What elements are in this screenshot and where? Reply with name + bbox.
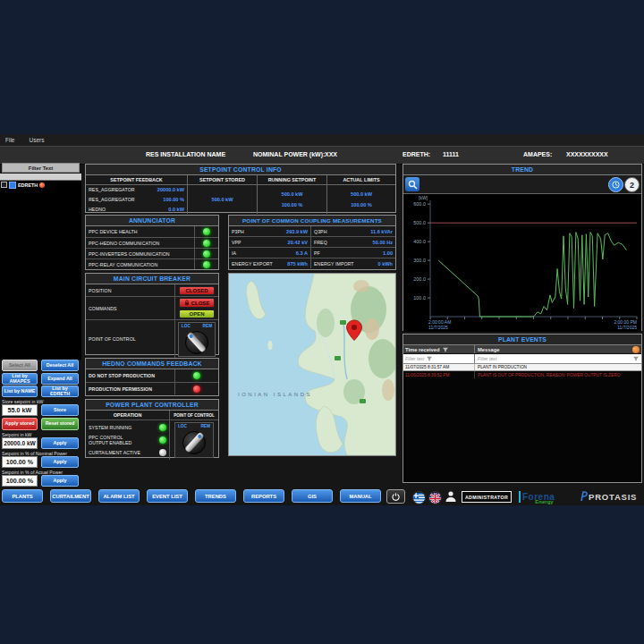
col-time-received[interactable]: Time received: [403, 345, 475, 353]
checkbox-icon[interactable]: [1, 182, 7, 188]
feedback-row-value: 20000.0 kW: [157, 187, 184, 192]
plant-icon: [9, 182, 16, 189]
pen-count-badge[interactable]: 2: [624, 177, 640, 192]
ppc-row-label: SYSTEM RUNNING: [89, 425, 131, 430]
setpoint-nominal-pct-input[interactable]: [2, 456, 38, 468]
led-indicator: [194, 226, 218, 237]
reset-stored-button[interactable]: Reset stored: [41, 418, 79, 430]
road-shield-icon: [340, 320, 346, 325]
tree-item-edreth[interactable]: EDRETH: [0, 181, 81, 189]
menu-users[interactable]: Users: [29, 137, 44, 143]
filter-funnel-icon[interactable]: [427, 356, 432, 361]
tree-filter-input[interactable]: [2, 163, 80, 173]
map-islet: [268, 341, 273, 350]
nav-event-list-button[interactable]: EVENT LIST: [147, 489, 188, 503]
hedno-row-label: PRODUCTION PERMISSION: [86, 386, 174, 392]
col-running-setpoint: RUNNING SETPOINT: [258, 175, 327, 184]
user-role-button[interactable]: ADMINISTRATOR: [462, 491, 512, 503]
setpoint-control-info-panel: SETPOINT CONTROL INFO SETPOINT FEEDBACK …: [85, 164, 396, 213]
events-refresh-icon[interactable]: [632, 346, 640, 353]
events-title: PLANT EVENTS: [403, 335, 641, 345]
breaker-open-button[interactable]: OPEN: [179, 309, 215, 318]
protasis-glyph-icon: [580, 491, 588, 502]
tree-toolbar: [0, 174, 81, 181]
nav-alarm-list-button[interactable]: ALARM LIST: [98, 489, 140, 503]
apply-stored-button[interactable]: Apply stored: [2, 418, 38, 430]
apply-kw-button[interactable]: Apply: [41, 437, 79, 449]
breaker-close-button[interactable]: CLOSE: [179, 298, 215, 308]
led-indicator: [174, 383, 218, 394]
hedno-row-label: DO NOT STOP PRODUCTION: [86, 373, 174, 378]
led-indicator: [174, 369, 218, 382]
setpoint-panel-title: SETPOINT CONTROL INFO: [86, 165, 395, 175]
trend-title: TREND: [403, 165, 641, 175]
feedback-row-label: HEDNO: [89, 207, 106, 212]
led-indicator: [194, 259, 218, 269]
time-range-icon[interactable]: [608, 177, 623, 192]
header-band: RES INSTALLATION NAME NOMINAL POWER (kW)…: [0, 146, 644, 165]
nav-gis-button[interactable]: GIS: [292, 489, 333, 503]
nav-reports-button[interactable]: REPORTS: [243, 489, 284, 503]
ppc-row-label: CURTAILMENT ACTIVE: [89, 450, 140, 455]
nav-manual-button[interactable]: MANUAL: [340, 489, 381, 503]
greek-flag-icon[interactable]: [412, 491, 426, 504]
svg-text:11/7/2025: 11/7/2025: [617, 325, 637, 330]
nav-trends-button[interactable]: TRENDS: [195, 489, 236, 503]
ppc-control-switch[interactable]: LOCREM: [174, 422, 214, 458]
filter-funnel-icon[interactable]: [443, 347, 448, 352]
menu-bar: File Users: [0, 134, 644, 146]
plant-tree-list: [0, 180, 81, 359]
feedback-cell: RES_AGGREGATOR20000.0 kW RES_AGGREGATOR1…: [86, 185, 188, 214]
svg-text:100.0: 100.0: [413, 295, 426, 301]
apply-actual-pct-button[interactable]: Apply: [41, 475, 79, 487]
list-by-name-button[interactable]: List by NAME: [2, 386, 38, 397]
nav-plants-button[interactable]: PLANTS: [2, 489, 43, 503]
ppc-row-label: PPC CONTROL OUTPUT ENABLED: [89, 435, 142, 445]
filter-funnel-icon[interactable]: [633, 356, 639, 361]
setpoint-kw-input[interactable]: [2, 437, 38, 449]
store-setpoint-input[interactable]: [2, 404, 38, 416]
store-button[interactable]: Store: [41, 404, 79, 416]
feedback-row-label: RES_AGGREGATOR: [89, 187, 135, 192]
hedno-title: HEDNO COMMANDS FEEDBACK: [86, 359, 218, 369]
feedback-row-value: 0.0 kW: [168, 207, 184, 212]
col-actual-limits: ACTUAL LIMITS: [327, 175, 395, 184]
list-by-amapes-button[interactable]: List by AMAPES: [2, 373, 38, 385]
setpoint-actual-pct-input[interactable]: [2, 475, 38, 487]
annunciator-row-label: PPC-RELAY COMMUNICATION: [86, 262, 194, 267]
user-icon[interactable]: [445, 490, 457, 503]
trend-toolbar: 2: [403, 175, 641, 194]
breaker-title: MAIN CIRCUIT BREAKER: [86, 274, 218, 284]
rotary-knob-icon: [179, 428, 209, 456]
time-filter-input[interactable]: Filter text: [403, 354, 475, 363]
pcc-measurements-panel: POINT OF COMMON COUPLING MEASUREMENTS P3…: [228, 215, 396, 270]
col-setpoint-feedback: SETPOINT FEEDBACK: [86, 175, 188, 184]
event-row[interactable]: 11/07/2025 8:31:57 AM PLANT IN PRODUCTIO…: [403, 364, 641, 371]
event-row-alarm[interactable]: 11/06/2025 8:39:52 PM PLANT IS OUT OF PR…: [403, 371, 641, 378]
annunciator-row-label: PPC-INVERTERS COMMUNICATION: [86, 251, 194, 257]
zoom-tool-icon[interactable]: [405, 177, 419, 191]
nominal-power-value: XXX: [325, 151, 337, 157]
gis-map[interactable]: IONIAN ISLANDS: [228, 273, 396, 456]
breaker-position-status: CLOSED: [179, 286, 215, 295]
svg-text:11/7/2025: 11/7/2025: [428, 325, 448, 330]
annunciator-row-label: PPC DEVICE HEALTH: [86, 229, 194, 234]
led-indicator: [159, 449, 166, 456]
trend-chart: 100.0200.0300.0400.0500.0600.0[kW]2:00:0…: [403, 194, 641, 332]
edreth-label: EDRETH:: [402, 151, 430, 157]
apply-nominal-pct-button[interactable]: Apply: [41, 456, 79, 468]
select-all-button[interactable]: Select All: [2, 360, 38, 371]
trend-panel: TREND 2 100.0200.0300.0400.0500.0600.0[k…: [402, 164, 642, 331]
deselect-all-button[interactable]: Deselect All: [41, 360, 79, 371]
breaker-control-switch[interactable]: LOCREM: [178, 322, 216, 357]
expand-all-button[interactable]: Expand All: [41, 373, 79, 385]
main-circuit-breaker-panel: MAIN CIRCUIT BREAKER POSITION CLOSED COM…: [85, 273, 219, 355]
nav-curtailment-button[interactable]: CURTAILMENT: [50, 489, 91, 503]
uk-flag-icon[interactable]: [428, 491, 442, 504]
message-filter-input[interactable]: Filter text: [475, 356, 641, 361]
list-by-edreth-button[interactable]: List by EDRETH: [41, 386, 79, 397]
col-message[interactable]: Message: [475, 347, 641, 352]
power-button[interactable]: [386, 489, 405, 504]
menu-file[interactable]: File: [5, 137, 14, 143]
svg-text:200.0: 200.0: [413, 276, 426, 282]
